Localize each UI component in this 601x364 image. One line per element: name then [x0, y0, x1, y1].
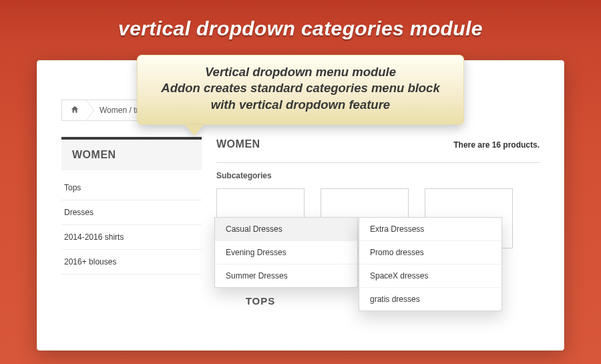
sidebar-item[interactable]: Tops [61, 176, 202, 200]
subcategory-title[interactable]: TOPS [216, 295, 305, 307]
sidebar-category-list: Tops Dresses 2014-2016 shirts 2016+ blou… [61, 176, 202, 275]
sidebar-item[interactable]: 2016+ blouses [61, 250, 202, 275]
chevron-right-icon [86, 100, 94, 121]
sidebar-item-label: 2016+ blouses [61, 250, 202, 274]
dropdown-item[interactable]: gratis dresses [359, 288, 502, 311]
dropdown-item[interactable]: Promo dresses [359, 241, 502, 264]
category-title: WOMEN [216, 138, 260, 150]
sidebar-item[interactable]: Dresses [61, 200, 202, 225]
sidebar-item-label: Dresses [61, 200, 202, 224]
callout-line: Vertical dropdown menu module [152, 64, 449, 80]
sidebar: WOMEN Tops Dresses 2014-2016 shirts 2016… [61, 137, 202, 307]
dropdown-item[interactable]: Summer Dresses [215, 264, 357, 287]
home-icon [70, 105, 79, 116]
dropdown-flyout-level1: Casual Dresses Evening Dresses Summer Dr… [214, 217, 358, 288]
callout-line: with vertical dropdown feature [152, 97, 449, 113]
dropdown-item[interactable]: Evening Dresses [215, 241, 357, 264]
breadcrumb-home[interactable] [61, 100, 87, 121]
dropdown-item[interactable]: SpaceX dresses [359, 264, 502, 288]
sidebar-item[interactable]: 2014-2016 shirts [61, 225, 202, 250]
callout-bubble: Vertical dropdown menu module Addon crea… [137, 55, 464, 125]
sidebar-item-label: Tops [61, 176, 202, 200]
subcategories-label: Subcategories [216, 171, 540, 180]
sidebar-block-title: WOMEN [61, 137, 202, 170]
sidebar-item-label: 2014-2016 shirts [61, 225, 202, 249]
callout-line: Addon creates standard categories menu b… [152, 80, 449, 96]
product-count: There are 16 products. [453, 140, 540, 150]
dropdown-item[interactable]: Casual Dresses [215, 218, 357, 241]
dropdown-flyout-level2: Extra Dressess Promo dresses SpaceX dres… [359, 217, 502, 311]
dropdown-item[interactable]: Extra Dressess [359, 218, 502, 241]
hero-title: vertical dropdown categories module [0, 0, 601, 40]
